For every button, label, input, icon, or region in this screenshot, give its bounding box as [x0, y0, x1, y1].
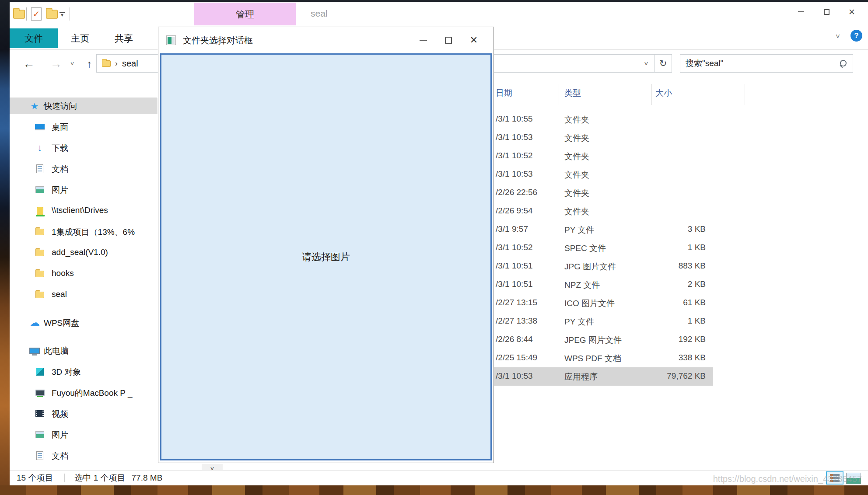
folder-icon[interactable]	[13, 10, 25, 18]
dialog-canvas[interactable]: 请选择图片	[160, 53, 492, 460]
back-button[interactable]: ←	[19, 50, 38, 78]
help-button[interactable]: ?	[850, 30, 862, 42]
column-separator[interactable]	[712, 84, 712, 105]
cell-type: NPZ 文件	[564, 279, 600, 291]
search-input[interactable]: 搜索"seal"	[680, 54, 853, 73]
sidebar-item-label: hooks	[52, 268, 74, 278]
cell-size: 192 KB	[679, 335, 706, 344]
selection-count: 选中 1 个项目	[74, 472, 125, 484]
folder-icon	[34, 248, 46, 258]
sidebar-item-add_seal-v1-0-[interactable]: add_seal(V1.0)	[10, 244, 158, 261]
qat-divider	[70, 7, 70, 21]
cell-date: /3/1 10:51	[496, 279, 533, 289]
column-header-size[interactable]: 大小	[655, 87, 672, 101]
sidebar-item-label: 视频	[52, 408, 68, 420]
sidebar-item--[interactable]: ↓下载	[10, 139, 158, 156]
sidebar-item--[interactable]: 图片	[10, 426, 158, 443]
table-row[interactable]: /2/27 13:38PY 文件1 KB	[492, 312, 713, 331]
column-header-date[interactable]: 日期	[496, 87, 512, 101]
search-icon[interactable]	[840, 60, 847, 67]
sidebar-item--[interactable]: 此电脑	[10, 342, 158, 359]
sidebar-item-fuyou-macbook-p-_[interactable]: Fuyou的MacBook P _	[10, 384, 158, 401]
cell-type: 文件夹	[564, 114, 589, 125]
cell-size: 1 KB	[688, 243, 706, 252]
contextual-tab-manage[interactable]: 管理	[194, 3, 296, 26]
recent-locations-chevron-icon[interactable]: ˅	[66, 50, 79, 78]
cell-size: 338 KB	[679, 353, 706, 363]
sidebar-item--[interactable]: ★快速访问	[10, 98, 158, 114]
sidebar-item-hooks[interactable]: hooks	[10, 265, 158, 282]
table-row[interactable]: /2/26 9:54文件夹	[492, 202, 713, 220]
table-row[interactable]: /3/1 9:57PY 文件3 KB	[492, 220, 713, 239]
cell-type: 应用程序	[564, 371, 598, 383]
desktop-icon	[34, 122, 46, 132]
dialog-close-button[interactable]: ✕	[461, 27, 486, 53]
sidebar-item--[interactable]: 文档	[10, 160, 158, 177]
desktop-background-left	[0, 0, 10, 495]
cell-size: 1 KB	[688, 316, 706, 326]
column-header-type[interactable]: 类型	[564, 87, 581, 101]
sidebar-item--tsclient-drives[interactable]: \\tsclient\Drives	[10, 202, 158, 219]
sidebar-item-label: seal	[52, 289, 67, 299]
properties-check-icon[interactable]: ✓	[31, 7, 42, 21]
table-row[interactable]: /3/1 10:53文件夹	[492, 165, 713, 184]
forward-button[interactable]: →	[46, 50, 66, 78]
column-separator[interactable]	[559, 84, 559, 105]
table-row[interactable]: /3/1 10:51JPG 图片文件883 KB	[492, 257, 713, 275]
table-row[interactable]: /3/1 10:53文件夹	[492, 129, 713, 147]
table-row[interactable]: /3/1 10:51NPZ 文件2 KB	[492, 275, 713, 294]
cell-type: 文件夹	[564, 151, 589, 162]
sidebar-item-label: 1集成项目（13%、6%	[52, 227, 135, 238]
sidebar-item-label: 此电脑	[44, 345, 69, 357]
table-row[interactable]: /3/1 10:53应用程序79,762 KB	[492, 367, 713, 386]
ribbon-tab-share[interactable]: 共享	[105, 28, 143, 48]
sidebar-item-label: Fuyou的MacBook P _	[52, 387, 132, 399]
refresh-button[interactable]: ↻	[654, 55, 672, 72]
sidebar-item--[interactable]: 视频	[10, 405, 158, 422]
item-count: 15 个项目	[17, 472, 53, 484]
document-icon	[34, 164, 46, 174]
table-row[interactable]: /2/27 13:15ICO 图片文件61 KB	[492, 294, 713, 312]
network-computer-icon	[34, 387, 46, 398]
sidebar-item-seal[interactable]: seal	[10, 286, 158, 303]
table-row[interactable]: /2/26 8:44JPEG 图片文件192 KB	[492, 331, 713, 349]
folder-icon	[34, 227, 46, 237]
table-row[interactable]: /3/1 10:52文件夹	[492, 147, 713, 165]
breadcrumb-seal[interactable]: seal	[122, 59, 138, 69]
address-dropdown-chevron-icon[interactable]: ˅	[638, 55, 654, 72]
cell-type: PY 文件	[564, 224, 594, 236]
dialog-maximize-button[interactable]	[436, 27, 461, 53]
close-button[interactable]: ✕	[839, 2, 864, 22]
breadcrumb: › seal	[102, 55, 138, 72]
sidebar-item--[interactable]: 桌面	[10, 119, 158, 135]
sidebar-item-1-13-6-[interactable]: 1集成项目（13%、6%	[10, 223, 158, 240]
pictures-icon	[34, 429, 46, 440]
column-separator[interactable]	[745, 84, 745, 105]
ribbon-collapse-chevron-icon[interactable]: ˅	[831, 32, 844, 41]
column-separator[interactable]	[651, 84, 652, 105]
sidebar-item--[interactable]: ↓下载	[10, 466, 158, 470]
cell-date: /3/1 10:52	[496, 243, 533, 252]
dialog-minimize-button[interactable]	[410, 27, 436, 53]
sidebar-item--[interactable]: 图片	[10, 181, 158, 198]
sidebar-item--[interactable]: 文档	[10, 447, 158, 464]
dialog-title-bar[interactable]: 文件夹选择对话框 ✕	[158, 27, 494, 53]
sidebar-item-wps-[interactable]: ☁WPS网盘	[10, 314, 158, 331]
new-folder-icon[interactable]	[46, 10, 58, 18]
table-row[interactable]: /2/25 15:49WPS PDF 文档338 KB	[492, 349, 713, 367]
customize-qat-icon[interactable]: ▾	[59, 11, 65, 17]
table-row[interactable]: /3/1 10:55文件夹	[492, 110, 713, 129]
ribbon-tab-home[interactable]: 主页	[61, 28, 99, 48]
cell-date: /3/1 10:55	[496, 114, 533, 124]
cell-size: 61 KB	[683, 298, 706, 307]
title-bar: ✓ ▾ 管理 seal ✕	[10, 2, 868, 25]
qat-divider	[26, 7, 27, 21]
maximize-button[interactable]	[814, 2, 839, 22]
table-row[interactable]: /2/26 22:56文件夹	[492, 184, 713, 202]
cell-date: /2/26 8:44	[496, 335, 533, 344]
ribbon-tab-file[interactable]: 文件	[10, 28, 58, 48]
cell-type: 文件夹	[564, 132, 589, 144]
table-row[interactable]: /3/1 10:52SPEC 文件1 KB	[492, 239, 713, 257]
minimize-button[interactable]	[788, 2, 814, 22]
sidebar-item-3d-[interactable]: 3D 对象	[10, 363, 158, 380]
